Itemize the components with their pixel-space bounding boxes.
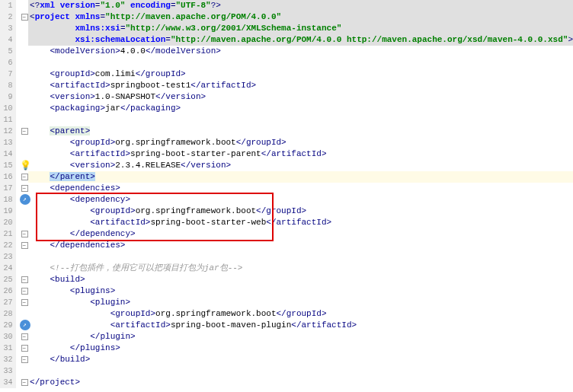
code-line[interactable]: <version>1.0-SNAPSHOT</version> [28,91,573,103]
line-number: 28 [0,308,13,320]
code-line[interactable]: xmlns:xsi="http://www.w3.org/2001/XMLSch… [28,23,573,34]
code-line[interactable]: </dependency> [28,228,573,240]
line-number: 25 [0,274,13,285]
code-area[interactable]: <?xml version="1.0" encoding="UTF-8"?><p… [28,0,573,388]
line-number: 10 [0,103,13,114]
fold-toggle-icon[interactable]: − [21,379,28,386]
line-number: 23 [0,251,13,263]
fold-toggle-icon[interactable]: − [21,242,28,249]
line-number: 18 [0,194,13,206]
line-number: 5 [0,46,13,57]
code-line[interactable]: <groupId>org.springframework.boot</group… [28,308,573,320]
fold-toggle-icon[interactable]: − [21,128,28,135]
code-line[interactable]: </build> [28,354,573,365]
code-line[interactable]: <groupId>org.springframework.boot</group… [28,206,573,217]
fold-toggle-icon[interactable]: − [21,185,28,192]
line-number: 6 [0,57,13,69]
code-line[interactable]: <dependency> [28,194,573,206]
fold-toggle-icon[interactable]: − [21,345,28,352]
code-line[interactable]: <packaging>jar</packaging> [28,103,573,114]
line-number: 17 [0,183,13,194]
code-line[interactable]: <parent> [28,126,573,137]
line-number: 14 [0,148,13,160]
line-number: 9 [0,91,13,103]
code-editor[interactable]: 1234567891011121314151617181920212223242… [0,0,573,388]
code-line[interactable]: </project> [28,377,573,388]
line-number: 15 [0,160,13,171]
fold-gutter[interactable]: −−💡−−−↗−−−−−↗−−−− [16,0,29,388]
code-line[interactable]: <artifactId>spring-boot-starter-web</art… [28,217,573,228]
code-line[interactable]: <artifactId>spring-boot-starter-parent</… [28,148,573,160]
line-number: 33 [0,365,13,377]
line-number: 21 [0,228,13,240]
line-number: 4 [0,34,13,46]
code-line[interactable]: </parent> [28,171,573,183]
fold-toggle-icon[interactable]: − [21,356,28,363]
code-line[interactable]: xsi:schemaLocation="http://maven.apache.… [28,34,573,46]
code-line[interactable]: <version>2.3.4.RELEASE</version> [28,160,573,171]
code-line[interactable] [28,57,573,69]
code-line[interactable]: <modelVersion>4.0.0</modelVersion> [28,46,573,57]
line-number-gutter: 1234567891011121314151617181920212223242… [0,0,16,388]
fold-toggle-icon[interactable]: − [21,276,28,283]
line-number: 7 [0,69,13,80]
fold-toggle-icon[interactable]: − [21,231,28,237]
line-number: 2 [0,11,13,23]
code-line[interactable]: </plugins> [28,343,573,354]
line-number: 16 [0,171,13,183]
code-line[interactable]: </dependencies> [28,240,573,251]
code-line[interactable]: <plugin> [28,297,573,308]
code-line[interactable]: <!--打包插件，使用它可以把项目打包为jar包--> [28,263,573,274]
line-number: 13 [0,137,13,148]
code-line[interactable]: <?xml version="1.0" encoding="UTF-8"?> [28,0,573,11]
line-number: 11 [0,114,13,126]
line-number: 1 [0,0,13,11]
line-number: 27 [0,297,13,308]
code-line[interactable]: <groupId>com.limi</groupId> [28,69,573,80]
fold-toggle-icon[interactable]: − [21,174,28,180]
line-number: 31 [0,343,13,354]
fold-toggle-icon[interactable]: − [21,14,28,21]
code-line[interactable]: <project xmlns="http://maven.apache.org/… [28,11,573,23]
line-number: 12 [0,126,13,137]
code-line[interactable] [28,251,573,263]
line-number: 20 [0,217,13,228]
code-line[interactable] [28,114,573,126]
fold-toggle-icon[interactable]: − [21,299,28,306]
line-number: 30 [0,331,13,343]
line-number: 26 [0,285,13,297]
fold-toggle-icon[interactable]: − [21,333,28,340]
line-number: 19 [0,206,13,217]
line-number: 32 [0,354,13,365]
code-line[interactable]: <dependencies> [28,183,573,194]
fold-toggle-icon[interactable]: − [21,288,28,295]
code-line[interactable]: <plugins> [28,285,573,297]
line-number: 3 [0,23,13,34]
line-number: 29 [0,320,13,331]
code-line[interactable]: <build> [28,274,573,285]
code-line[interactable]: </plugin> [28,331,573,343]
code-line[interactable]: <artifactId>springboot-test1</artifactId… [28,80,573,91]
line-number: 34 [0,377,13,388]
line-number: 22 [0,240,13,251]
code-line[interactable]: <groupId>org.springframework.boot</group… [28,137,573,148]
line-number: 8 [0,80,13,91]
code-line[interactable] [28,365,573,377]
line-number: 24 [0,263,13,274]
code-line[interactable]: <artifactId>spring-boot-maven-plugin</ar… [28,320,573,331]
